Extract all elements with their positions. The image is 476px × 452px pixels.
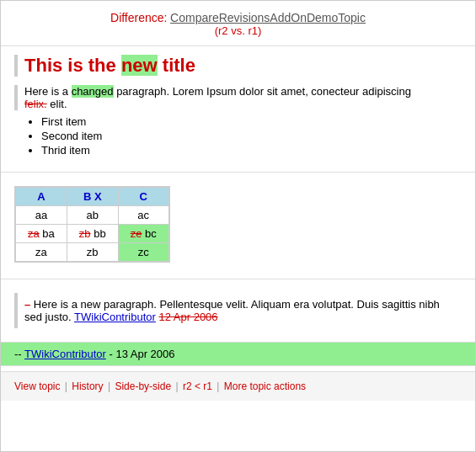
changed-word: changed [72, 85, 114, 98]
page-container: Difference: CompareRevisionsAddOnDemoTop… [0, 0, 476, 452]
cell-zc: zc [118, 243, 168, 262]
footer-section: View topic | History | Side-by-side | r2… [1, 371, 475, 401]
col-header-a: A [16, 188, 67, 206]
content-section: This is the new title Here is a changed … [1, 46, 475, 173]
title-new-word: new [121, 55, 158, 76]
view-topic-link[interactable]: View topic [14, 380, 60, 392]
cell-za-ba: za ba [16, 225, 67, 243]
para-suffix: paragraph. Lorem Ipsum dolor sit amet, c… [114, 85, 411, 98]
version-info: (r2 vs. r1) [14, 24, 462, 37]
list-item: Thrid item [41, 144, 462, 157]
list-section: First item Second item Thrid item [14, 115, 462, 157]
diff-label: Difference: [110, 11, 167, 24]
strike-date: 12 Apr 2006 [158, 311, 217, 323]
item-list: First item Second item Thrid item [41, 115, 462, 157]
footer-links: View topic | History | Side-by-side | r2… [14, 380, 462, 392]
table-row-2: za ba zb bb ze bc [16, 225, 169, 243]
para-prefix: Here is a [24, 85, 72, 98]
history-link[interactable]: History [72, 380, 103, 392]
title-prefix: This is the [24, 55, 121, 76]
list-item: Second item [41, 130, 462, 142]
title-suffix: title [158, 55, 195, 76]
new-paragraph-section: – Here is a new paragraph. Pellentesque … [1, 279, 475, 343]
topic-link[interactable]: CompareRevisionsAddOnDemoTopic [170, 11, 366, 24]
contributor-section: -- TWikiContributor - 13 Apr 2006 [1, 343, 475, 366]
col-header-b: B X [67, 188, 118, 206]
table-header-row: A B X C [16, 188, 169, 206]
cell-ac: ac [118, 206, 168, 225]
table-section: A B X C aa ab ac za ba zb bb ze bc za zb [14, 186, 170, 263]
twiki-contributor-link[interactable]: TWikiContributor [74, 311, 156, 323]
header-section: Difference: CompareRevisionsAddOnDemoTop… [1, 1, 475, 46]
contributor-link[interactable]: TWikiContributor [24, 348, 106, 360]
title-bar: This is the new title [14, 55, 462, 77]
table-row-3: za zb zc [16, 243, 169, 262]
table-row-1: aa ab ac [16, 206, 169, 225]
contrib-date: - 13 Apr 2006 [106, 348, 175, 360]
contrib-prefix: -- [14, 348, 24, 360]
cell-aa: aa [16, 206, 67, 225]
list-item: First item [41, 115, 462, 128]
cell-za: za [16, 243, 67, 262]
comparison-table: A B X C aa ab ac za ba zb bb ze bc za zb [15, 187, 169, 262]
new-para-bar: – Here is a new paragraph. Pellentesque … [14, 293, 462, 328]
cell-zb-bb: zb bb [67, 225, 118, 243]
title-text: This is the new title [24, 55, 195, 76]
para-extra: elit. [47, 98, 67, 110]
strike-word: felix. [24, 98, 47, 110]
changed-paragraph: Here is a changed paragraph. Lorem Ipsum… [14, 85, 462, 110]
cell-zb: zb [67, 243, 118, 262]
col-header-c: C [118, 188, 168, 206]
side-by-side-link[interactable]: Side-by-side [115, 380, 171, 392]
table-wrapper: A B X C aa ab ac za ba zb bb ze bc za zb [1, 173, 475, 279]
cell-ab: ab [67, 206, 118, 225]
cell-ze-bc: ze bc [118, 225, 168, 243]
more-actions-link[interactable]: More topic actions [224, 380, 306, 392]
r2-r1-link[interactable]: r2 < r1 [183, 380, 212, 392]
